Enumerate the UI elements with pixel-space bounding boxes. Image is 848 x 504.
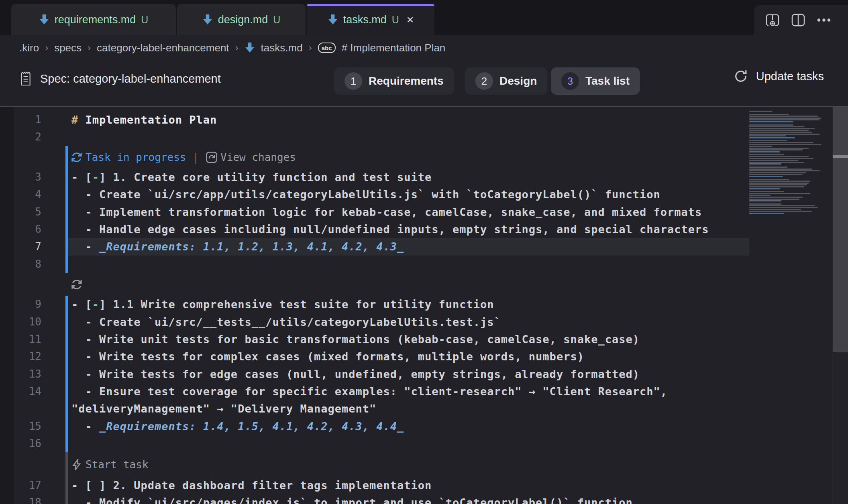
breadcrumb-folder[interactable]: category-label-enhancement [97, 42, 229, 54]
line-content[interactable]: - Write tests for edge cases (null, unde… [71, 366, 640, 383]
code-editor[interactable]: 1# Implementation Plan2Task in progress|… [0, 107, 848, 504]
code-line[interactable]: 14 - Ensure test coverage for specific e… [0, 383, 848, 400]
step-label: Requirements [369, 75, 444, 87]
markdown-file-icon [328, 14, 338, 26]
line-content[interactable]: - [ ] 2. Update dashboard filter tags im… [71, 477, 432, 494]
line-content[interactable]: "deliveryManagement" → "Delivery Managem… [71, 400, 376, 417]
line-content[interactable]: - Modify `ui/src/pages/index.js` to impo… [71, 494, 633, 504]
vertical-scrollbar [832, 107, 848, 504]
breadcrumb-symbol[interactable]: # Implementation Plan [342, 42, 446, 54]
refresh-icon [734, 69, 748, 83]
sync-icon[interactable] [70, 278, 83, 291]
breadcrumb-kiro[interactable]: .kiro [19, 42, 39, 54]
breadcrumb-separator: › [235, 42, 238, 53]
code-line[interactable]: 2 [0, 128, 848, 146]
step-requirements[interactable]: 1 Requirements [334, 67, 454, 95]
line-content[interactable]: - Handle edge cases including null/undef… [71, 221, 709, 238]
line-content[interactable]: - [-] 1. Create core utility function an… [71, 169, 432, 186]
code-line[interactable]: 16 [0, 435, 848, 452]
line-number: 13 [0, 366, 41, 383]
code-line[interactable]: 18 - Modify `ui/src/pages/index.js` to i… [0, 494, 848, 504]
minimap[interactable] [749, 111, 830, 504]
line-content[interactable]: - _Requirements: 1.4, 1.5, 4.1, 4.2, 4.3… [71, 418, 404, 435]
code-line[interactable]: 3- [-] 1. Create core utility function a… [0, 169, 848, 186]
breadcrumb-separator: › [88, 42, 91, 53]
markdown-file-icon [39, 14, 49, 26]
breadcrumb-separator: › [309, 42, 312, 53]
code-line[interactable]: 12 - Write tests for complex cases (mixe… [0, 348, 848, 365]
line-content[interactable]: - Implement transformation logic for keb… [71, 203, 702, 221]
update-tasks-button[interactable]: Update tasks [734, 69, 824, 83]
code-line[interactable]: 4 - Create `ui/src/app/utils/categoryLab… [0, 186, 848, 203]
line-number: 5 [0, 203, 41, 221]
code-line[interactable]: 1# Implementation Plan [0, 111, 848, 128]
minimap-block [749, 124, 830, 138]
markdown-preview-icon[interactable] [764, 12, 781, 28]
code-line[interactable]: 9- [-] 1.1 Write comprehensive test suit… [0, 296, 848, 313]
spec-title-label: Spec: category-label-enhancement [40, 72, 221, 85]
git-status-badge: U [273, 14, 280, 26]
code-line[interactable]: 17- [ ] 2. Update dashboard filter tags … [0, 477, 848, 494]
line-number: 7 [0, 238, 41, 255]
line-content[interactable]: - Write unit tests for basic transformat… [71, 331, 640, 348]
step-design[interactable]: 2 Design [465, 67, 547, 95]
scrollbar-cursor-marker [833, 155, 848, 158]
line-number: 16 [0, 435, 41, 452]
codelens-row: Start task [0, 453, 848, 477]
code-line[interactable]: 10 - Create `ui/src/__tests__/utils/cate… [0, 313, 848, 331]
more-actions-icon[interactable] [816, 12, 832, 28]
start-task-icon [70, 458, 83, 471]
markdown-file-icon [202, 14, 213, 26]
line-number: 17 [0, 477, 41, 494]
code-line[interactable]: 7 - _Requirements: 1.1, 1.2, 1.3, 4.1, 4… [0, 238, 848, 255]
tab-label: requirements.md [55, 14, 136, 26]
task-block-bar-inactive [65, 452, 68, 504]
minimap-block [749, 114, 830, 122]
tab-strip: requirements.mdUdesign.mdUtasks.mdU× [11, 4, 434, 35]
start-task-lens[interactable]: Start task [86, 459, 149, 471]
line-number: 18 [0, 494, 41, 504]
tab-label: design.md [218, 14, 268, 26]
tab-requirements-md[interactable]: requirements.mdU [11, 4, 176, 35]
line-content[interactable]: - [-] 1.1 Write comprehensive test suite… [71, 296, 494, 313]
tab-label: tasks.md [343, 14, 387, 26]
scrollbar-thumb[interactable] [833, 107, 848, 352]
tab-design-md[interactable]: design.mdU [177, 4, 306, 35]
split-editor-icon[interactable] [790, 12, 806, 28]
code-line[interactable]: "deliveryManagement" → "Delivery Managem… [0, 400, 848, 417]
sync-icon [70, 151, 83, 164]
line-content[interactable]: - Create `ui/src/app/utils/categoryLabel… [71, 186, 660, 203]
line-content[interactable]: - Write tests for complex cases (mixed f… [71, 348, 584, 365]
code-line[interactable]: 13 - Write tests for edge cases (null, u… [0, 366, 848, 383]
markdown-file-icon [245, 42, 255, 54]
task-in-progress-lens[interactable]: Task in progress [86, 151, 186, 163]
spec-notepad-icon [19, 71, 32, 87]
step-task-list[interactable]: 3 Task list [551, 67, 640, 95]
line-number: 12 [0, 348, 41, 365]
task-block-bar-active [65, 146, 68, 273]
close-tab-icon[interactable]: × [407, 14, 414, 26]
minimap-block [749, 111, 830, 112]
line-content[interactable]: - Create `ui/src/__tests__/utils/categor… [71, 313, 501, 331]
line-number: 8 [0, 256, 41, 273]
spec-bar: Spec: category-label-enhancement 1 Requi… [0, 60, 848, 107]
step-label: Task list [585, 75, 630, 87]
code-line[interactable]: 8 [0, 256, 848, 273]
line-number: 6 [0, 221, 41, 238]
line-number: 14 [0, 383, 41, 400]
spec-title: Spec: category-label-enhancement [19, 71, 221, 87]
code-line[interactable]: 15 - _Requirements: 1.4, 1.5, 4.1, 4.2, … [0, 418, 848, 435]
view-changes-lens[interactable]: View changes [220, 151, 296, 163]
line-content[interactable]: - Ensure test coverage for specific exam… [71, 383, 667, 400]
breadcrumb-file[interactable]: tasks.md [261, 42, 303, 54]
code-line[interactable]: 5 - Implement transformation logic for k… [0, 203, 848, 221]
line-content[interactable]: # Implementation Plan [71, 111, 217, 128]
minimap-block [749, 203, 830, 214]
line-content[interactable]: - _Requirements: 1.1, 1.2, 1.3, 4.1, 4.2… [71, 238, 404, 255]
tab-tasks-md[interactable]: tasks.mdU× [307, 4, 434, 35]
view-changes-icon [205, 151, 218, 164]
git-status-badge: U [141, 14, 148, 26]
code-line[interactable]: 6 - Handle edge cases including null/und… [0, 221, 848, 238]
code-line[interactable]: 11 - Write unit tests for basic transfor… [0, 331, 848, 348]
breadcrumb-specs[interactable]: specs [54, 42, 82, 54]
